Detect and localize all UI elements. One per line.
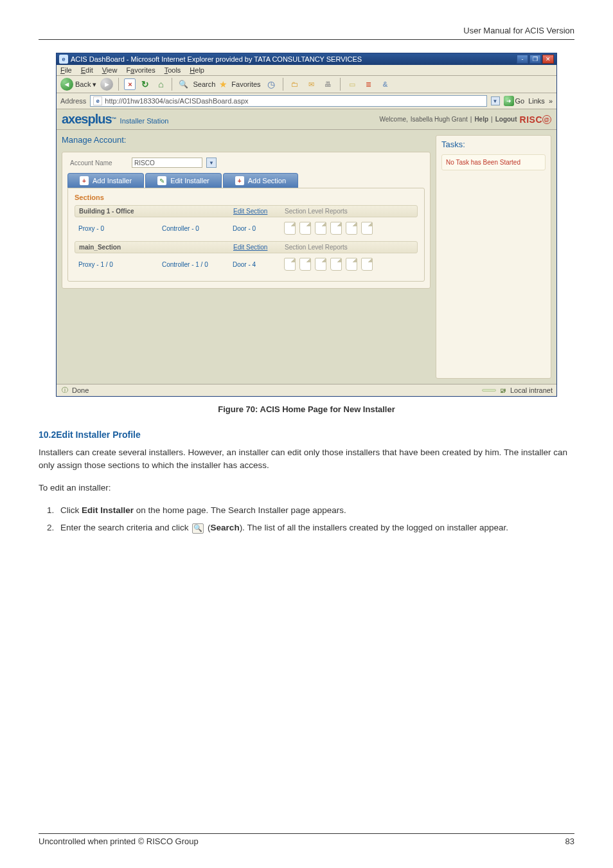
section-header-row: Building 1 - Office Edit Section Section… [75, 205, 418, 217]
add-icon: + [235, 176, 244, 185]
tasks-panel: Tasks: No Task has Been Started [436, 135, 551, 379]
tab-add-section[interactable]: + Add Section [223, 173, 298, 188]
app-body: axesplus™ Installer Station Welcome, Isa… [57, 109, 556, 384]
print-button[interactable]: 🖶 [322, 78, 335, 91]
ie-page-icon: e [59, 55, 68, 64]
forward-button[interactable]: ► [100, 78, 113, 91]
account-name-label: Account Name [70, 159, 128, 167]
controller-cell: Controller - 1 / 0 [162, 261, 233, 268]
tab-label: Add Installer [93, 177, 132, 185]
tab-edit-installer[interactable]: ✎ Edit Installer [145, 173, 222, 188]
menu-tools[interactable]: Tools [164, 66, 181, 74]
address-label: Address [60, 97, 86, 105]
report-icon[interactable] [330, 222, 342, 235]
back-dropdown-icon[interactable]: ▾ [93, 80, 96, 89]
page-number: 83 [565, 836, 574, 846]
controller-cell: Controller - 0 [162, 225, 233, 232]
footer-row: Uncontrolled when printed © RISCO Group … [39, 836, 574, 846]
add-icon: + [80, 176, 89, 185]
search-label[interactable]: Search [193, 80, 215, 88]
favorites-label[interactable]: Favorites [231, 80, 260, 88]
report-icon[interactable] [299, 258, 311, 271]
favorites-icon: ★ [219, 79, 227, 89]
step-text: ( [205, 523, 210, 532]
report-icon[interactable] [315, 222, 326, 235]
ie-status-bar: ⓘ Done 🖳 Local intranet [57, 384, 556, 396]
report-icon[interactable] [346, 258, 357, 271]
report-icon[interactable] [299, 222, 311, 235]
door-cell: Door - 0 [233, 225, 284, 232]
proxy-cell: Proxy - 0 [78, 225, 162, 232]
menu-view[interactable]: View [102, 66, 118, 74]
status-zone-bg [482, 389, 496, 392]
figure-caption: Figure 70: ACIS Home Page for New Instal… [39, 404, 574, 414]
status-left: ⓘ Done [60, 386, 89, 395]
home-button[interactable]: ⌂ [155, 78, 166, 90]
maximize-button[interactable]: ❐ [529, 55, 541, 64]
menu-file[interactable]: File [60, 66, 72, 74]
bold-text: Edit Installer [82, 505, 134, 515]
account-dropdown-icon[interactable]: ▼ [206, 158, 217, 168]
back-button[interactable]: ◄ Back ▾ [60, 78, 96, 91]
links-label[interactable]: Links [528, 97, 545, 105]
stop-button[interactable]: × [124, 78, 136, 90]
edit-icon: ✎ [157, 176, 166, 185]
brand-right: Welcome, Isabella Hugh Grant | Help | Lo… [380, 114, 551, 125]
edit-section-link[interactable]: Edit Section [233, 208, 285, 215]
risco-logo: RISC@ [520, 114, 551, 125]
footer-rule [39, 833, 574, 834]
risco-text: RISC [520, 114, 542, 125]
menu-favorites[interactable]: Favorites [126, 66, 155, 74]
section-heading: 10.2Edit Installer Profile [39, 429, 574, 440]
step-text: Click [60, 505, 82, 515]
discuss-button[interactable]: ≣ [362, 78, 375, 91]
ie-address-bar: Address e http://01hw183304/acis/ACISDas… [57, 93, 556, 109]
search-icon: 🔍 [177, 78, 189, 90]
edit-page-button[interactable]: ▭ [346, 78, 359, 91]
report-icon[interactable] [330, 258, 342, 271]
brand-subtitle: Installer Station [120, 117, 169, 125]
menu-help[interactable]: Help [190, 66, 204, 74]
go-button[interactable]: ➜ Go [504, 96, 525, 106]
report-icon[interactable] [361, 258, 373, 271]
address-dropdown-icon[interactable]: ▼ [491, 96, 500, 105]
tasks-title: Tasks: [441, 140, 546, 149]
mail-button[interactable]: ✉ [305, 78, 318, 91]
minimize-button[interactable]: - [517, 55, 528, 64]
step-item: Click Edit Installer on the home page. T… [57, 503, 574, 518]
account-name-field[interactable] [132, 158, 202, 168]
main-row: Manage Account: Account Name ▼ + Add Ins… [57, 130, 556, 384]
close-button[interactable]: ✕ [542, 55, 554, 64]
brand-left: axesplus™ Installer Station [62, 112, 168, 127]
messenger-button[interactable]: & [379, 78, 392, 91]
history-button[interactable]: ◷ [265, 78, 278, 91]
spacer [62, 289, 431, 379]
menu-edit[interactable]: Edit [81, 66, 93, 74]
edit-section-link[interactable]: Edit Section [233, 244, 285, 251]
address-field[interactable]: e http://01hw183304/acis/ACISDashBoard.a… [90, 95, 486, 107]
report-icon[interactable] [346, 222, 357, 235]
paragraph: Installers can create several installers… [39, 446, 574, 473]
report-icon[interactable] [284, 258, 296, 271]
refresh-button[interactable]: ↻ [139, 78, 151, 90]
report-icon[interactable] [315, 258, 326, 271]
step-text: ). The list of all the installers create… [240, 523, 509, 532]
folders-button[interactable]: 🗀 [289, 78, 301, 91]
toolbar-separator [172, 78, 172, 91]
logout-link[interactable]: Logout [495, 116, 517, 123]
go-label: Go [515, 97, 525, 105]
help-link[interactable]: Help [474, 116, 488, 123]
welcome-name: Isabella Hugh Grant [411, 116, 468, 123]
status-right: 🖳 Local intranet [482, 386, 553, 395]
back-label: Back [75, 80, 91, 88]
footer-left: Uncontrolled when printed © RISCO Group [39, 836, 199, 846]
report-icon[interactable] [361, 222, 373, 235]
status-zone: Local intranet [510, 386, 553, 394]
report-icon[interactable] [284, 222, 296, 235]
risco-at-icon: @ [542, 115, 551, 124]
links-chevron-icon[interactable]: » [549, 97, 553, 105]
toolbar-separator [118, 78, 119, 91]
ie-window: e ACIS DashBoard - Microsoft Internet Ex… [56, 53, 557, 397]
tab-add-installer[interactable]: + Add Installer [67, 173, 144, 188]
done-icon: ⓘ [60, 386, 69, 395]
